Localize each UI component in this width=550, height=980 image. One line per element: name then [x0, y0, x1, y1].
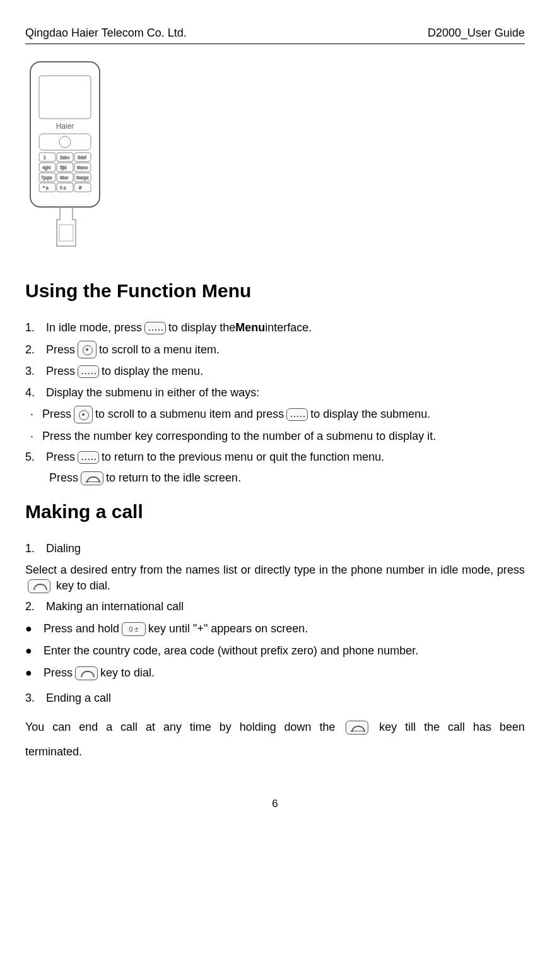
bullet-filled-icon: ● — [25, 643, 32, 659]
bullet-item: ● Press and hold 0 ± key until "+" appea… — [25, 621, 525, 637]
menu-key-icon — [144, 322, 166, 334]
svg-rect-5 — [39, 153, 56, 162]
section-title-making-call: Making a call — [25, 499, 525, 525]
item-text: key to dial. — [100, 665, 155, 681]
item-number: 2. — [25, 599, 35, 615]
list-item: 3. Press to display the menu. — [25, 363, 525, 379]
item-text: Press — [46, 342, 75, 358]
bullet-dot: · — [30, 406, 33, 422]
item-text: to return to the previous menu or quit t… — [102, 449, 384, 465]
menu-key-icon — [78, 365, 99, 378]
item-text: Display the submenu in either of the way… — [46, 385, 259, 401]
item-text: In idle mode, press — [46, 320, 142, 336]
svg-text:#: # — [79, 185, 82, 191]
item-text: Press — [46, 363, 75, 379]
item-text: Dialing — [46, 541, 81, 557]
item-number: 5. — [25, 449, 35, 465]
bullet-item: ● Press key to dial. — [25, 665, 525, 681]
menu-key-icon — [78, 451, 99, 464]
menu-key-icon — [286, 408, 308, 421]
list-item: 2. Making an international call — [25, 599, 525, 615]
item-text: Enter the country code, area code (witho… — [44, 643, 418, 659]
nav-key-icon — [74, 406, 93, 423]
item-text: Press — [42, 406, 71, 422]
item-text: Press — [44, 665, 73, 681]
item-text: key until "+" appears on screen. — [148, 621, 308, 637]
section2-content: 1. Dialing Select a desired entry from t… — [25, 541, 525, 765]
list-item: 2. Press to scroll to a menu item. — [25, 341, 525, 358]
list-item: 5. Press to return to the previous menu … — [25, 449, 525, 465]
sub-list-item: · Press to scroll to a submenu item and … — [30, 406, 525, 423]
bullet-filled-icon: ● — [25, 621, 32, 637]
call-key-icon — [28, 579, 50, 593]
list-item: 1. In idle mode, press to display the Me… — [25, 320, 525, 336]
item-text: Press — [46, 449, 75, 465]
para-text: You can end a call at any time by holdin… — [25, 721, 343, 733]
svg-rect-27 — [74, 183, 91, 192]
svg-text:1: 1 — [44, 155, 46, 160]
call-key-icon — [75, 666, 98, 680]
list-item: 1. Dialing — [25, 541, 525, 557]
svg-text:8tuv: 8tuv — [60, 175, 69, 180]
item-number: 1. — [25, 541, 35, 557]
header-left: Qingdao Haier Telecom Co. Ltd. — [25, 25, 187, 41]
list-item: 4. Display the submenu in either of the … — [25, 385, 525, 401]
item-number: 4. — [25, 385, 35, 401]
list-item-continuation: Press to return to the idle screen. — [49, 470, 525, 486]
item-text: Press the number key corresponding to th… — [42, 428, 436, 444]
svg-text:4ghi: 4ghi — [42, 165, 51, 170]
nav-key-icon — [78, 341, 97, 358]
item-text: interface. — [265, 320, 312, 336]
sub-list-item: · Press the number key corresponding to … — [30, 428, 525, 444]
bullet-item: ● Enter the country code, area code (wit… — [25, 643, 525, 659]
bullet-filled-icon: ● — [25, 665, 32, 681]
zero-key-icon: 0 ± — [122, 622, 146, 636]
item-number: 1. — [25, 320, 35, 336]
end-key-icon — [346, 721, 368, 735]
section1-content: 1. In idle mode, press to display the Me… — [25, 320, 525, 486]
item-text: to return to the idle screen. — [106, 470, 241, 486]
svg-text:0 ±: 0 ± — [60, 186, 66, 190]
svg-text:Haier: Haier — [56, 122, 74, 131]
svg-rect-1 — [39, 76, 91, 119]
svg-text:6mno: 6mno — [77, 165, 88, 170]
item-number: 2. — [25, 342, 35, 358]
item-number: 3. — [25, 690, 35, 706]
page-number: 6 — [25, 796, 525, 812]
item-text: Ending a call — [46, 690, 111, 706]
item-text: Press and hold — [44, 621, 119, 637]
list-item: 3. Ending a call — [25, 690, 525, 706]
svg-rect-29 — [59, 225, 73, 241]
page-header: Qingdao Haier Telecom Co. Ltd. D2000_Use… — [25, 25, 525, 44]
end-key-icon — [81, 471, 103, 485]
phone-illustration: Haier 1 2abc 3def 4ghi 5jkl 6mno 7pqrs 8… — [25, 57, 107, 259]
item-number: 3. — [25, 363, 35, 379]
svg-text:7pqrs: 7pqrs — [41, 175, 52, 180]
paragraph: Select a desired entry from the names li… — [25, 562, 525, 594]
section-title-function-menu: Using the Function Menu — [25, 278, 525, 304]
svg-text:2abc: 2abc — [60, 155, 70, 160]
item-text-bold: Menu — [235, 320, 265, 336]
item-text: to display the submenu. — [310, 406, 430, 422]
para-text: key to dial. — [56, 579, 110, 592]
para-text: Select a desired entry from the names li… — [25, 564, 525, 576]
svg-text:9wxyz: 9wxyz — [76, 175, 89, 180]
paragraph: You can end a call at any time by holdin… — [25, 715, 525, 765]
header-right: D2000_User Guide — [428, 25, 525, 41]
bullet-dot: · — [30, 428, 33, 444]
svg-text:* a: * a — [43, 186, 49, 190]
item-text: to display the menu. — [102, 363, 203, 379]
svg-point-4 — [59, 136, 71, 148]
item-text: to scroll to a menu item. — [99, 342, 219, 358]
item-text: to scroll to a submenu item and press — [95, 406, 284, 422]
item-text: to display the — [168, 320, 235, 336]
item-text: Press — [49, 470, 78, 486]
item-text: Making an international call — [46, 599, 184, 615]
svg-text:5jkl: 5jkl — [60, 165, 67, 170]
svg-text:3def: 3def — [78, 155, 86, 160]
